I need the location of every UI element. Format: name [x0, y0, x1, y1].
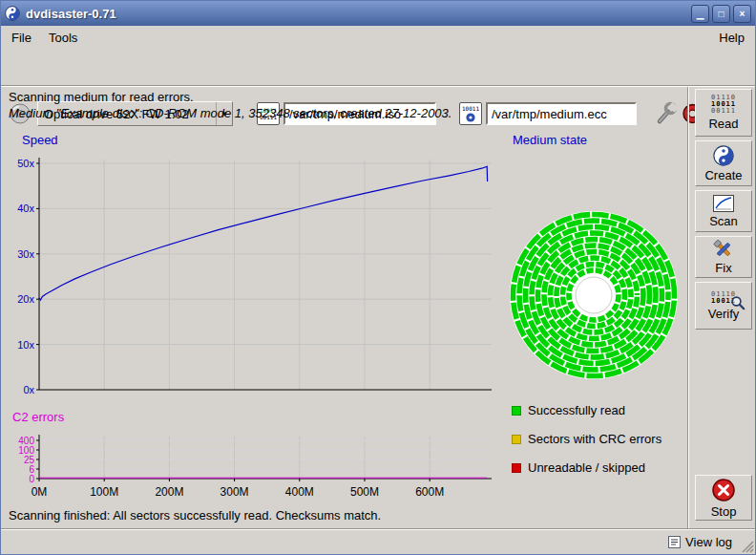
wrench-icon [654, 101, 678, 126]
fix-button[interactable]: Fix [695, 236, 752, 278]
ecc-disc-glyph [465, 112, 476, 123]
svg-text:0M: 0M [32, 485, 48, 499]
app-icon [5, 6, 20, 21]
speed-chart-svg: 0x10x20x30x40x50x [7, 146, 495, 396]
legend-item-success: Successfully read [512, 403, 625, 417]
sidebar-separator [687, 87, 689, 528]
scan-chart-icon [713, 195, 734, 212]
magnifier-icon [730, 295, 746, 310]
ecc-path-input[interactable] [486, 102, 637, 125]
svg-text:0x: 0x [23, 384, 34, 395]
legend-label-success: Successfully read [528, 403, 625, 417]
binary-icon: 01110 10011 00111 [711, 95, 736, 115]
svg-text:600M: 600M [415, 485, 444, 499]
close-button[interactable]: × [733, 5, 751, 23]
status-line-primary: Scanning medium for read errors. [9, 90, 194, 104]
scan-button-label: Scan [709, 214, 738, 228]
preferences-button[interactable] [654, 101, 678, 126]
c2-errors-chart-svg: 40010025600M100M200M300M400M500M600M [7, 425, 495, 507]
titlebar[interactable]: dvdisaster-0.71 ▁ □ × [1, 1, 755, 26]
log-icon [668, 536, 681, 548]
menu-file[interactable]: File [3, 28, 40, 48]
ecc-icon-line1: 10011 [462, 105, 479, 112]
view-log-label: View log [685, 535, 732, 549]
verify-button[interactable]: 01110 10011 Verify [695, 282, 752, 330]
legend-item-unreadable: Unreadable / skipped [512, 460, 645, 475]
menu-help[interactable]: Help [710, 28, 753, 48]
svg-text:50x: 50x [17, 158, 34, 169]
legend-item-crc: Sectors with CRC errors [512, 432, 662, 446]
stop-button[interactable]: Stop [695, 475, 752, 521]
minimize-button[interactable]: ▁ [691, 5, 709, 23]
svg-text:500M: 500M [350, 485, 379, 499]
ecc-file-icon: 10011 [459, 102, 482, 125]
resize-grip[interactable] [740, 539, 754, 553]
c2-errors-chart-title: C2 errors [12, 410, 64, 424]
medium-state-title: Medium state [513, 133, 587, 147]
svg-text:30x: 30x [17, 248, 34, 260]
legend-label-crc: Sectors with CRC errors [528, 432, 662, 446]
menu-tools[interactable]: Tools [40, 28, 86, 48]
svg-text:10x: 10x [17, 339, 34, 351]
legend-swatch-crc [512, 435, 521, 444]
window-title: dvdisaster-0.71 [26, 7, 688, 21]
create-button-label: Create [704, 168, 742, 182]
svg-text:100M: 100M [90, 485, 118, 499]
legend-swatch-unreadable [512, 463, 521, 473]
svg-text:300M: 300M [220, 485, 249, 499]
stop-icon [711, 478, 736, 502]
read-icon-line3: 00111 [711, 108, 736, 115]
toolbar-separator [1, 85, 755, 87]
svg-text:400M: 400M [285, 485, 314, 499]
read-button[interactable]: 01110 10011 00111 Read [695, 89, 752, 137]
menubar: File Tools Help [1, 26, 755, 49]
verify-icon: 01110 10011 [711, 291, 736, 305]
status-line-medium-info: Medium "Example disc": CD-ROM mode 1, 35… [9, 106, 452, 120]
legend-label-unreadable: Unreadable / skipped [528, 460, 645, 475]
svg-text:0: 0 [29, 474, 34, 484]
stop-button-label: Stop [711, 504, 737, 519]
completion-status-text: Scanning finished: All sectors successfu… [9, 508, 381, 523]
scan-button[interactable]: Scan [695, 190, 752, 232]
view-log-button[interactable]: View log [664, 534, 736, 550]
bottombar [1, 530, 755, 555]
create-button[interactable]: Create [695, 140, 752, 186]
app-window: dvdisaster-0.71 ▁ □ × File Tools Help Op… [0, 0, 756, 555]
svg-text:40x: 40x [17, 203, 34, 214]
fix-button-label: Fix [715, 261, 731, 275]
medium-state-disc [506, 207, 682, 383]
read-button-label: Read [708, 117, 738, 131]
svg-text:20x: 20x [17, 293, 34, 305]
yin-yang-icon [713, 145, 734, 166]
speed-chart-title: Speed [22, 133, 58, 147]
toolbar: Optical drive 52X FW 1.02 ▼ 10011 00111 … [1, 49, 755, 85]
legend-swatch-success [512, 406, 521, 416]
svg-text:200M: 200M [155, 485, 183, 499]
tools-icon [713, 240, 734, 259]
maximize-button[interactable]: □ [712, 5, 730, 23]
